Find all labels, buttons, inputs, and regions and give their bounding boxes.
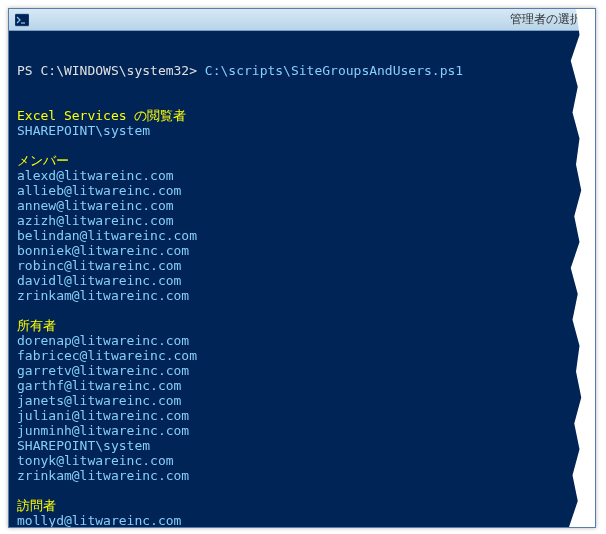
blank-line bbox=[17, 303, 587, 318]
group-member: juliani@litwareinc.com bbox=[17, 408, 587, 423]
command-text: C:\scripts\SiteGroupsAndUsers.ps1 bbox=[205, 63, 463, 78]
group-header: 訪問者 bbox=[17, 498, 587, 513]
powershell-window: 管理者の選択: PS C:\WINDOWS\system32> C:\scrip… bbox=[8, 8, 596, 528]
group-member: junminh@litwareinc.com bbox=[17, 423, 587, 438]
group-member: tonyk@litwareinc.com bbox=[17, 453, 587, 468]
prompt: PS C:\WINDOWS\system32> bbox=[17, 63, 205, 78]
group-member: garretv@litwareinc.com bbox=[17, 363, 587, 378]
group-member: fabricec@litwareinc.com bbox=[17, 348, 587, 363]
group-member: mollyd@litwareinc.com bbox=[17, 513, 587, 528]
group-member: zrinkam@litwareinc.com bbox=[17, 288, 587, 303]
group-header: 所有者 bbox=[17, 318, 587, 333]
terminal-output[interactable]: PS C:\WINDOWS\system32> C:\scripts\SiteG… bbox=[9, 31, 595, 528]
group-member: SHAREPOINT\system bbox=[17, 438, 587, 453]
group-member: SHAREPOINT\system bbox=[17, 123, 587, 138]
group-member: annew@litwareinc.com bbox=[17, 198, 587, 213]
group-header: メンバー bbox=[17, 153, 587, 168]
group-member: garthf@litwareinc.com bbox=[17, 378, 587, 393]
output-groups: Excel Services の閲覧者SHAREPOINT\system メンバ… bbox=[17, 108, 587, 528]
blank-line bbox=[17, 138, 587, 153]
group-member: azizh@litwareinc.com bbox=[17, 213, 587, 228]
titlebar[interactable]: 管理者の選択: bbox=[9, 9, 595, 31]
group-header: Excel Services の閲覧者 bbox=[17, 108, 587, 123]
group-member: alexd@litwareinc.com bbox=[17, 168, 587, 183]
group-member: bonniek@litwareinc.com bbox=[17, 243, 587, 258]
powershell-icon bbox=[15, 13, 29, 27]
group-member: belindan@litwareinc.com bbox=[17, 228, 587, 243]
group-member: janets@litwareinc.com bbox=[17, 393, 587, 408]
group-member: robinc@litwareinc.com bbox=[17, 258, 587, 273]
blank-line bbox=[17, 483, 587, 498]
svg-rect-0 bbox=[15, 14, 29, 26]
group-member: dorenap@litwareinc.com bbox=[17, 333, 587, 348]
group-member: allieb@litwareinc.com bbox=[17, 183, 587, 198]
group-member: zrinkam@litwareinc.com bbox=[17, 468, 587, 483]
titlebar-title: 管理者の選択: bbox=[35, 11, 589, 28]
command-line: PS C:\WINDOWS\system32> C:\scripts\SiteG… bbox=[17, 63, 587, 78]
group-member: davidl@litwareinc.com bbox=[17, 273, 587, 288]
